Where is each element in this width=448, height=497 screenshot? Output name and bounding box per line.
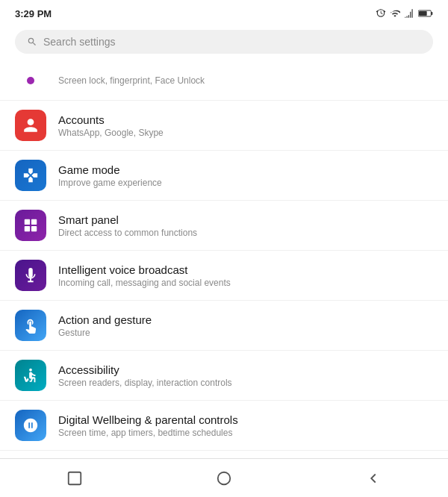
screen-lock-item[interactable]: Screen lock, fingerprint, Face Unlock	[0, 61, 448, 101]
accounts-item[interactable]: Accounts WhatsApp, Google, Skype	[0, 101, 448, 151]
status-time: 3:29 PM	[15, 8, 52, 19]
smart-panel-text: Smart panel Direct access to common func…	[58, 213, 433, 238]
accessibility-subtitle: Screen readers, display, interaction con…	[58, 378, 433, 388]
intelligent-voice-title: Intelligent voice broadcast	[58, 263, 433, 276]
game-mode-text: Game mode Improve game experience	[58, 163, 433, 188]
wifi-icon	[390, 8, 400, 19]
svg-point-7	[29, 369, 32, 372]
smart-panel-icon	[15, 210, 46, 241]
accessibility-icon	[15, 360, 46, 391]
digital-wellbeing-subtitle: Screen time, app timers, bedtime schedul…	[58, 428, 433, 438]
intelligent-voice-item[interactable]: Intelligent voice broadcast Incoming cal…	[0, 251, 448, 301]
voice-icon	[15, 260, 46, 291]
nav-square-button[interactable]	[64, 468, 85, 489]
nav-bar	[0, 458, 448, 497]
svg-rect-1	[419, 11, 427, 16]
smart-panel-subtitle: Direct access to common functions	[58, 228, 433, 238]
digital-wellbeing-item[interactable]: Digital Wellbeing & parental controls Sc…	[0, 401, 448, 451]
intelligent-voice-text: Intelligent voice broadcast Incoming cal…	[58, 263, 433, 288]
game-mode-item[interactable]: Game mode Improve game experience	[0, 151, 448, 201]
status-bar: 3:29 PM	[0, 0, 448, 24]
game-icon	[15, 160, 46, 191]
action-gesture-item[interactable]: Action and gesture Gesture	[0, 301, 448, 351]
svg-rect-5	[25, 226, 30, 231]
svg-rect-3	[25, 219, 30, 225]
intelligent-voice-subtitle: Incoming call, messaging and social even…	[58, 278, 433, 288]
accounts-title: Accounts	[58, 113, 433, 126]
google-item[interactable]: Google Services & preferences	[0, 451, 448, 458]
digital-wellbeing-icon	[15, 410, 46, 441]
svg-point-10	[218, 472, 231, 484]
search-placeholder: Search settings	[43, 36, 116, 48]
battery-icon	[418, 8, 433, 19]
status-icons	[376, 8, 433, 19]
action-gesture-title: Action and gesture	[58, 313, 433, 326]
search-bar-container: Search settings	[0, 24, 448, 61]
alarm-icon	[376, 8, 386, 19]
game-mode-title: Game mode	[58, 163, 433, 176]
action-gesture-text: Action and gesture Gesture	[58, 313, 433, 338]
signal-icon	[404, 8, 414, 19]
nav-back-button[interactable]	[363, 468, 384, 489]
accounts-text: Accounts WhatsApp, Google, Skype	[58, 113, 433, 138]
svg-rect-9	[69, 472, 81, 484]
digital-wellbeing-text: Digital Wellbeing & parental controls Sc…	[58, 413, 433, 438]
svg-rect-6	[31, 226, 37, 231]
accessibility-text: Accessibility Screen readers, display, i…	[58, 363, 433, 388]
accessibility-title: Accessibility	[58, 363, 433, 376]
action-gesture-subtitle: Gesture	[58, 328, 433, 338]
smart-panel-item[interactable]: Smart panel Direct access to common func…	[0, 201, 448, 251]
settings-list: Screen lock, fingerprint, Face Unlock Ac…	[0, 61, 448, 458]
digital-wellbeing-title: Digital Wellbeing & parental controls	[58, 413, 433, 426]
smart-panel-title: Smart panel	[58, 213, 433, 226]
game-mode-subtitle: Improve game experience	[58, 178, 433, 188]
svg-rect-4	[31, 219, 37, 225]
accounts-icon	[15, 110, 46, 141]
nav-home-button[interactable]	[214, 468, 234, 489]
screen-lock-text: Screen lock, fingerprint, Face Unlock	[58, 75, 205, 86]
svg-rect-2	[431, 12, 432, 15]
search-icon	[27, 37, 37, 47]
gesture-icon	[15, 310, 46, 341]
accounts-subtitle: WhatsApp, Google, Skype	[58, 128, 433, 138]
search-bar[interactable]: Search settings	[15, 30, 433, 54]
accessibility-item[interactable]: Accessibility Screen readers, display, i…	[0, 351, 448, 401]
